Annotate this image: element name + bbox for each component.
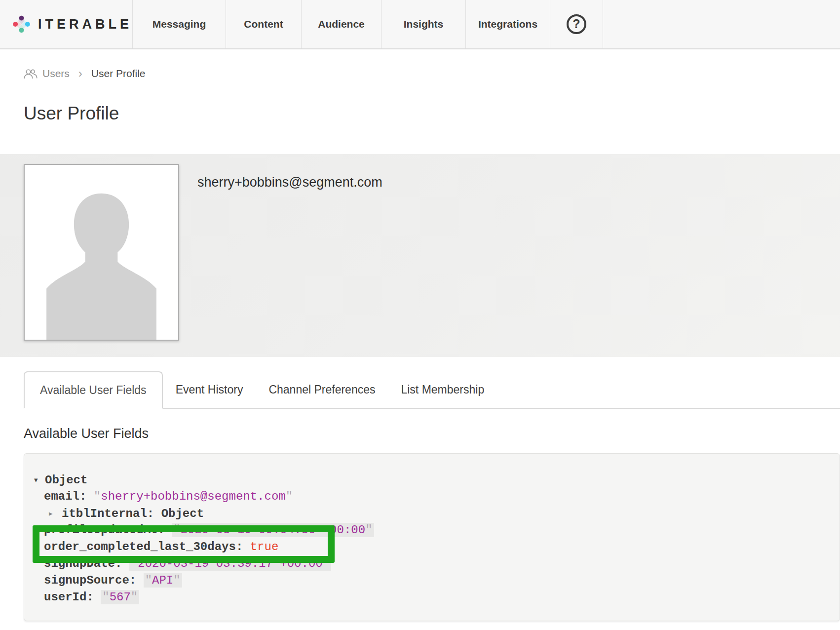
section-heading: Available User Fields — [24, 425, 840, 442]
nav-item-integrations[interactable]: Integrations — [465, 0, 550, 48]
json-root-label: Object — [45, 473, 87, 487]
json-key: signupDate — [44, 557, 122, 570]
json-row-signupsource: signupSource API — [24, 572, 840, 589]
tab-list-membership[interactable]: List Membership — [388, 371, 497, 408]
profile-email: sherry+bobbins@segment.com — [197, 175, 382, 190]
user-fields-json: ▾Object email sherry+bobbins@segment.com… — [24, 453, 840, 621]
users-icon — [24, 69, 38, 79]
tab-available-user-fields[interactable]: Available User Fields — [24, 371, 163, 409]
json-string-value: 2020-03-19 09:04:30 +00:00 — [172, 523, 374, 537]
top-nav: ITERABLE Messaging Content Audience Insi… — [0, 0, 840, 49]
json-row-userid: userId 567 — [24, 589, 840, 606]
json-row-itblinternal: ▸itblInternal Object — [24, 505, 840, 522]
json-string-value: 2020-03-19 03:39:17 +00:00 — [129, 556, 331, 571]
json-key: order_completed_last_30days — [44, 540, 243, 553]
json-row-object: ▾Object — [24, 472, 840, 488]
json-key: profileUpdatedAt — [44, 523, 165, 537]
avatar-placeholder-icon — [25, 165, 178, 340]
json-row-email: email sherry+bobbins@segment.com — [24, 488, 840, 505]
json-row-profileupdatedat: profileUpdatedAt 2020-03-19 09:04:30 +00… — [24, 522, 840, 539]
json-row-order-completed: order_completed_last_30days true — [24, 539, 840, 555]
iterable-logo-icon — [13, 8, 30, 40]
breadcrumb-users-label: Users — [42, 68, 70, 79]
tab-bar: Available User Fields Event History Chan… — [24, 371, 840, 409]
nav-item-content[interactable]: Content — [226, 0, 301, 48]
json-key: userId — [44, 591, 94, 604]
breadcrumb-users[interactable]: Users — [24, 68, 70, 79]
help-icon: ? — [567, 14, 586, 34]
json-string-value: sherry+bobbins@segment.com — [94, 490, 293, 503]
help-button[interactable]: ? — [550, 0, 603, 48]
json-boolean-value: true — [250, 540, 279, 553]
tab-event-history[interactable]: Event History — [163, 371, 256, 408]
expand-arrow-icon[interactable]: ▸ — [49, 505, 62, 522]
profile-banner: sherry+bobbins@segment.com — [0, 154, 840, 357]
collapse-arrow-icon[interactable]: ▾ — [34, 472, 45, 488]
page-title: User Profile — [24, 103, 840, 124]
nav-menu: Messaging Content Audience Insights Inte… — [132, 0, 603, 48]
json-object-value: Object — [161, 507, 204, 520]
breadcrumb: Users › User Profile — [24, 66, 840, 81]
breadcrumb-current: User Profile — [91, 68, 146, 79]
json-string-value: 567 — [101, 590, 139, 604]
tab-channel-preferences[interactable]: Channel Preferences — [256, 371, 388, 408]
chevron-right-icon: › — [78, 68, 82, 79]
json-key: itblInternal — [62, 507, 154, 520]
nav-item-insights[interactable]: Insights — [381, 0, 465, 48]
nav-item-messaging[interactable]: Messaging — [132, 0, 226, 48]
json-key: email — [44, 490, 86, 503]
brand[interactable]: ITERABLE — [0, 0, 132, 48]
brand-name: ITERABLE — [38, 17, 132, 32]
json-row-signupdate: signupDate 2020-03-19 03:39:17 +00:00 — [24, 555, 840, 572]
nav-item-audience[interactable]: Audience — [301, 0, 381, 48]
json-key: signupSource — [44, 574, 136, 587]
json-string-value: API — [144, 573, 182, 588]
help-glyph: ? — [573, 18, 580, 30]
avatar — [24, 164, 179, 341]
